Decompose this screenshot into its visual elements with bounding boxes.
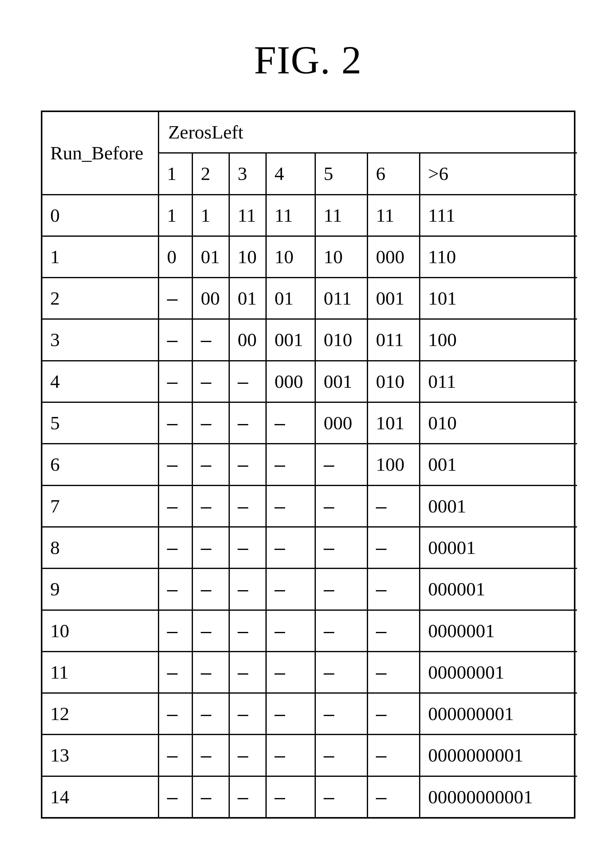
table-cell: 000 (316, 403, 368, 444)
table-cell: – (193, 652, 230, 694)
table-cell: – (267, 569, 316, 611)
col-header: 6 (368, 153, 420, 195)
row-label: 0 (42, 195, 159, 237)
table-cell: – (159, 652, 193, 694)
table-cell: – (316, 694, 368, 735)
table-cell: 11 (267, 195, 316, 237)
col-header: 4 (267, 153, 316, 195)
table-cell: – (267, 777, 316, 817)
row-label: 13 (42, 735, 159, 776)
table-cell: 00000000001 (420, 777, 577, 817)
table-cell: – (368, 694, 420, 735)
table-cell: 11 (368, 195, 420, 237)
row-label: 3 (42, 320, 159, 361)
table-cell: 011 (420, 361, 577, 403)
table-cell: – (230, 527, 267, 569)
table-cell: 10 (230, 237, 267, 278)
table-cell: 0000001 (420, 611, 577, 652)
table-cell: 000 (267, 361, 316, 403)
table-cell: – (267, 735, 316, 776)
table-cell: – (230, 611, 267, 652)
table-cell: 001 (267, 320, 316, 361)
table-cell: – (368, 569, 420, 611)
row-label: 14 (42, 777, 159, 817)
row-label: 12 (42, 694, 159, 735)
table-cell: 00 (230, 320, 267, 361)
row-label: 6 (42, 444, 159, 486)
table-cell: 100 (368, 444, 420, 486)
table-cell: – (316, 735, 368, 776)
table-cell: – (193, 527, 230, 569)
table-cell: – (316, 569, 368, 611)
table-cell: – (193, 694, 230, 735)
table-cell: – (316, 444, 368, 486)
run-before-table: Run_BeforeZerosLeft123456>60111111111111… (41, 110, 576, 819)
row-label: 9 (42, 569, 159, 611)
table-cell: – (230, 735, 267, 776)
table-cell: 1 (159, 195, 193, 237)
row-label: 2 (42, 278, 159, 320)
row-label: 8 (42, 527, 159, 569)
table-cell: 00001 (420, 527, 577, 569)
table-cell: – (159, 278, 193, 320)
table-cell: – (316, 611, 368, 652)
table-cell: – (368, 486, 420, 527)
table-cell: – (230, 403, 267, 444)
table-cell: – (230, 486, 267, 527)
col-header: >6 (420, 153, 577, 195)
table-cell: – (193, 403, 230, 444)
table-cell: 101 (368, 403, 420, 444)
table-cell: 01 (267, 278, 316, 320)
table-cell: 00000001 (420, 652, 577, 694)
table-cell: 01 (230, 278, 267, 320)
row-label: 5 (42, 403, 159, 444)
col-header: 5 (316, 153, 368, 195)
table-cell: – (193, 320, 230, 361)
table-cell: 0000000001 (420, 735, 577, 776)
table-container: Run_BeforeZerosLeft123456>60111111111111… (41, 110, 576, 819)
table-cell: – (193, 777, 230, 817)
table-cell: – (267, 486, 316, 527)
table-cell: – (267, 444, 316, 486)
table-cell: 010 (316, 320, 368, 361)
table-cell: – (368, 735, 420, 776)
table-cell: 011 (316, 278, 368, 320)
table-cell: – (193, 569, 230, 611)
table-cell: – (159, 569, 193, 611)
table-cell: 01 (193, 237, 230, 278)
table-cell: 1 (193, 195, 230, 237)
table-cell: 000001 (420, 569, 577, 611)
row-label: 10 (42, 611, 159, 652)
figure-title: FIG. 2 (0, 37, 616, 83)
row-label: 11 (42, 652, 159, 694)
table-cell: – (193, 361, 230, 403)
table-cell: 000000001 (420, 694, 577, 735)
col-header: 2 (193, 153, 230, 195)
table-cell: 001 (368, 278, 420, 320)
table-cell: – (368, 652, 420, 694)
table-cell: – (159, 403, 193, 444)
table-cell: – (159, 486, 193, 527)
table-cell: – (159, 611, 193, 652)
table-cell: – (368, 777, 420, 817)
row-header: Run_Before (42, 112, 159, 195)
col-group-header: ZerosLeft (159, 112, 577, 153)
table-cell: – (316, 486, 368, 527)
table-cell: – (267, 694, 316, 735)
table-cell: 011 (368, 320, 420, 361)
table-cell: – (267, 403, 316, 444)
table-cell: – (159, 320, 193, 361)
table-cell: – (267, 652, 316, 694)
table-cell: – (193, 444, 230, 486)
table-cell: – (193, 486, 230, 527)
table-cell: – (159, 361, 193, 403)
table-cell: – (368, 611, 420, 652)
table-cell: – (316, 777, 368, 817)
table-cell: – (368, 527, 420, 569)
table-cell: 100 (420, 320, 577, 361)
table-cell: – (230, 569, 267, 611)
table-cell: 000 (368, 237, 420, 278)
table-cell: – (193, 611, 230, 652)
table-cell: – (159, 527, 193, 569)
table-cell: 00 (193, 278, 230, 320)
